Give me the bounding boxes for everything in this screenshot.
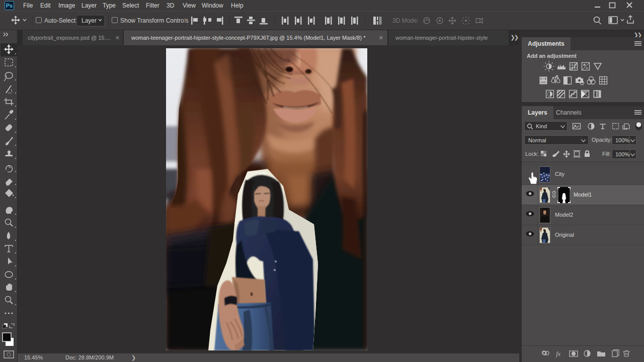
svg-text:Auto-Select:: Auto-Select: xyxy=(44,17,77,24)
svg-text:3D Mode:: 3D Mode: xyxy=(392,17,419,24)
svg-text:Layer: Layer xyxy=(82,17,97,24)
svg-text:Ps: Ps xyxy=(6,3,13,9)
svg-text:fx: fx xyxy=(556,350,561,357)
svg-text:Show Transform Controls: Show Transform Controls xyxy=(120,17,188,24)
